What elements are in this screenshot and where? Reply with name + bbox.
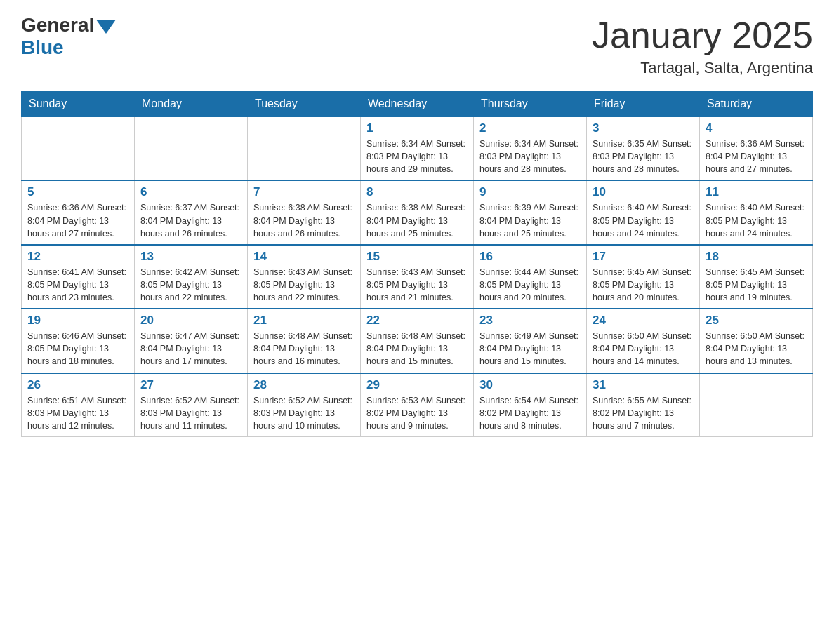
day-number: 9: [479, 185, 581, 199]
calendar-cell: 17Sunrise: 6:45 AM Sunset: 8:05 PM Dayli…: [587, 245, 700, 309]
day-number: 2: [479, 121, 581, 135]
day-info: Sunrise: 6:38 AM Sunset: 8:04 PM Dayligh…: [366, 201, 468, 239]
calendar-cell: 18Sunrise: 6:45 AM Sunset: 8:05 PM Dayli…: [700, 245, 813, 309]
calendar-header-tuesday: Tuesday: [248, 92, 361, 117]
calendar-cell: 3Sunrise: 6:35 AM Sunset: 8:03 PM Daylig…: [587, 116, 700, 180]
day-info: Sunrise: 6:52 AM Sunset: 8:03 PM Dayligh…: [253, 394, 355, 432]
week-row-2: 5Sunrise: 6:36 AM Sunset: 8:04 PM Daylig…: [22, 180, 813, 244]
day-number: 30: [479, 378, 581, 392]
week-row-4: 19Sunrise: 6:46 AM Sunset: 8:05 PM Dayli…: [22, 309, 813, 373]
day-info: Sunrise: 6:54 AM Sunset: 8:02 PM Dayligh…: [479, 394, 581, 432]
day-info: Sunrise: 6:46 AM Sunset: 8:05 PM Dayligh…: [27, 330, 128, 368]
calendar-cell: 30Sunrise: 6:54 AM Sunset: 8:02 PM Dayli…: [474, 373, 587, 437]
logo-blue-text: Blue: [21, 36, 64, 59]
month-title: January 2025: [592, 14, 813, 56]
calendar-cell: 28Sunrise: 6:52 AM Sunset: 8:03 PM Dayli…: [248, 373, 361, 437]
calendar-cell: 9Sunrise: 6:39 AM Sunset: 8:04 PM Daylig…: [474, 180, 587, 244]
day-info: Sunrise: 6:48 AM Sunset: 8:04 PM Dayligh…: [253, 330, 355, 368]
day-info: Sunrise: 6:50 AM Sunset: 8:04 PM Dayligh…: [706, 330, 807, 368]
logo-general-text: General: [21, 14, 94, 36]
calendar-cell: [135, 116, 248, 180]
calendar-cell: 20Sunrise: 6:47 AM Sunset: 8:04 PM Dayli…: [135, 309, 248, 373]
calendar-cell: 10Sunrise: 6:40 AM Sunset: 8:05 PM Dayli…: [587, 180, 700, 244]
week-row-1: 1Sunrise: 6:34 AM Sunset: 8:03 PM Daylig…: [22, 116, 813, 180]
calendar-cell: 8Sunrise: 6:38 AM Sunset: 8:04 PM Daylig…: [361, 180, 474, 244]
day-info: Sunrise: 6:43 AM Sunset: 8:05 PM Dayligh…: [253, 266, 355, 304]
day-number: 14: [253, 250, 355, 264]
day-number: 21: [253, 314, 355, 328]
calendar-header-row: SundayMondayTuesdayWednesdayThursdayFrid…: [22, 92, 813, 117]
day-number: 20: [140, 314, 241, 328]
calendar-cell: [22, 116, 135, 180]
calendar-cell: 14Sunrise: 6:43 AM Sunset: 8:05 PM Dayli…: [248, 245, 361, 309]
day-info: Sunrise: 6:53 AM Sunset: 8:02 PM Dayligh…: [366, 394, 468, 432]
calendar-cell: 29Sunrise: 6:53 AM Sunset: 8:02 PM Dayli…: [361, 373, 474, 437]
day-info: Sunrise: 6:40 AM Sunset: 8:05 PM Dayligh…: [706, 201, 807, 239]
week-row-3: 12Sunrise: 6:41 AM Sunset: 8:05 PM Dayli…: [22, 245, 813, 309]
calendar-cell: 11Sunrise: 6:40 AM Sunset: 8:05 PM Dayli…: [700, 180, 813, 244]
day-number: 17: [593, 250, 694, 264]
day-info: Sunrise: 6:45 AM Sunset: 8:05 PM Dayligh…: [706, 266, 807, 304]
day-number: 7: [253, 185, 355, 199]
day-number: 12: [27, 250, 128, 264]
day-number: 3: [593, 121, 694, 135]
day-info: Sunrise: 6:34 AM Sunset: 8:03 PM Dayligh…: [366, 137, 468, 175]
day-number: 6: [140, 185, 241, 199]
calendar-cell: 4Sunrise: 6:36 AM Sunset: 8:04 PM Daylig…: [700, 116, 813, 180]
day-info: Sunrise: 6:44 AM Sunset: 8:05 PM Dayligh…: [479, 266, 581, 304]
day-info: Sunrise: 6:48 AM Sunset: 8:04 PM Dayligh…: [366, 330, 468, 368]
day-number: 27: [140, 378, 241, 392]
day-number: 1: [366, 121, 468, 135]
calendar-header-sunday: Sunday: [22, 92, 135, 117]
day-number: 28: [253, 378, 355, 392]
day-info: Sunrise: 6:51 AM Sunset: 8:03 PM Dayligh…: [27, 394, 128, 432]
day-number: 22: [366, 314, 468, 328]
calendar-cell: 31Sunrise: 6:55 AM Sunset: 8:02 PM Dayli…: [587, 373, 700, 437]
day-number: 10: [593, 185, 694, 199]
day-info: Sunrise: 6:36 AM Sunset: 8:04 PM Dayligh…: [27, 201, 128, 239]
day-info: Sunrise: 6:39 AM Sunset: 8:04 PM Dayligh…: [479, 201, 581, 239]
week-row-5: 26Sunrise: 6:51 AM Sunset: 8:03 PM Dayli…: [22, 373, 813, 437]
day-info: Sunrise: 6:34 AM Sunset: 8:03 PM Dayligh…: [479, 137, 581, 175]
calendar-cell: 26Sunrise: 6:51 AM Sunset: 8:03 PM Dayli…: [22, 373, 135, 437]
day-number: 4: [706, 121, 807, 135]
calendar-table: SundayMondayTuesdayWednesdayThursdayFrid…: [21, 91, 813, 437]
calendar-cell: 23Sunrise: 6:49 AM Sunset: 8:04 PM Dayli…: [474, 309, 587, 373]
day-info: Sunrise: 6:36 AM Sunset: 8:04 PM Dayligh…: [706, 137, 807, 175]
day-info: Sunrise: 6:40 AM Sunset: 8:05 PM Dayligh…: [593, 201, 694, 239]
day-info: Sunrise: 6:43 AM Sunset: 8:05 PM Dayligh…: [366, 266, 468, 304]
calendar-cell: 5Sunrise: 6:36 AM Sunset: 8:04 PM Daylig…: [22, 180, 135, 244]
logo-triangle-icon: [96, 20, 116, 34]
location-title: Tartagal, Salta, Argentina: [592, 59, 813, 77]
day-info: Sunrise: 6:49 AM Sunset: 8:04 PM Dayligh…: [479, 330, 581, 368]
day-number: 13: [140, 250, 241, 264]
calendar-header-saturday: Saturday: [700, 92, 813, 117]
day-number: 29: [366, 378, 468, 392]
day-info: Sunrise: 6:38 AM Sunset: 8:04 PM Dayligh…: [253, 201, 355, 239]
calendar-cell: 27Sunrise: 6:52 AM Sunset: 8:03 PM Dayli…: [135, 373, 248, 437]
calendar-cell: 16Sunrise: 6:44 AM Sunset: 8:05 PM Dayli…: [474, 245, 587, 309]
day-info: Sunrise: 6:50 AM Sunset: 8:04 PM Dayligh…: [593, 330, 694, 368]
calendar-cell: 13Sunrise: 6:42 AM Sunset: 8:05 PM Dayli…: [135, 245, 248, 309]
day-info: Sunrise: 6:45 AM Sunset: 8:05 PM Dayligh…: [593, 266, 694, 304]
calendar-cell: 24Sunrise: 6:50 AM Sunset: 8:04 PM Dayli…: [587, 309, 700, 373]
calendar-header-friday: Friday: [587, 92, 700, 117]
day-info: Sunrise: 6:35 AM Sunset: 8:03 PM Dayligh…: [593, 137, 694, 175]
calendar-cell: 6Sunrise: 6:37 AM Sunset: 8:04 PM Daylig…: [135, 180, 248, 244]
calendar-cell: 21Sunrise: 6:48 AM Sunset: 8:04 PM Dayli…: [248, 309, 361, 373]
day-number: 25: [706, 314, 807, 328]
calendar-header-monday: Monday: [135, 92, 248, 117]
day-number: 11: [706, 185, 807, 199]
day-number: 16: [479, 250, 581, 264]
calendar-cell: 15Sunrise: 6:43 AM Sunset: 8:05 PM Dayli…: [361, 245, 474, 309]
day-number: 18: [706, 250, 807, 264]
day-info: Sunrise: 6:37 AM Sunset: 8:04 PM Dayligh…: [140, 201, 241, 239]
day-number: 15: [366, 250, 468, 264]
calendar-cell: 1Sunrise: 6:34 AM Sunset: 8:03 PM Daylig…: [361, 116, 474, 180]
calendar-cell: 12Sunrise: 6:41 AM Sunset: 8:05 PM Dayli…: [22, 245, 135, 309]
day-info: Sunrise: 6:55 AM Sunset: 8:02 PM Dayligh…: [593, 394, 694, 432]
calendar-header-wednesday: Wednesday: [361, 92, 474, 117]
calendar-cell: [248, 116, 361, 180]
day-info: Sunrise: 6:52 AM Sunset: 8:03 PM Dayligh…: [140, 394, 241, 432]
day-number: 26: [27, 378, 128, 392]
